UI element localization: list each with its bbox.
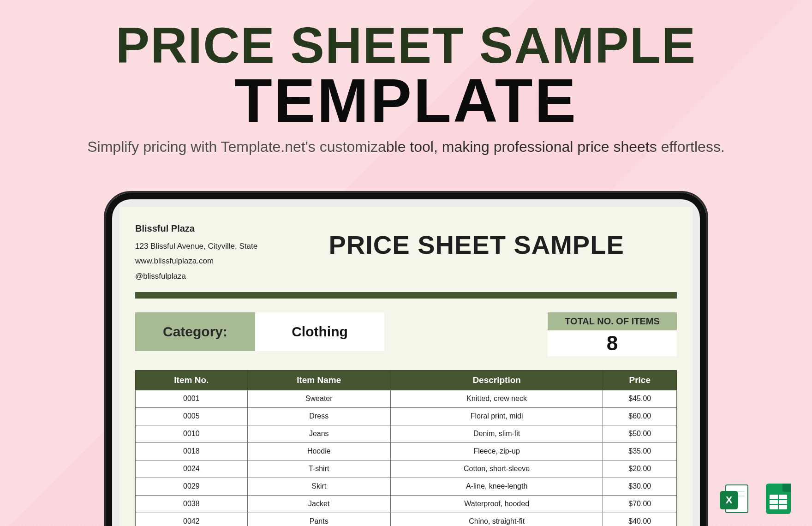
table-row: 0042PantsChino, straight-fit$40.00 (136, 513, 677, 526)
cell: Hoodie (247, 442, 390, 460)
company-block: Blissful Plaza 123 Blissful Avenue, City… (135, 220, 257, 284)
cell: $70.00 (603, 495, 677, 513)
table-row: 0010JeansDenim, slim-fit$50.00 (136, 425, 677, 442)
document-header: Blissful Plaza 123 Blissful Avenue, City… (135, 220, 677, 284)
document-screen: Blissful Plaza 123 Blissful Avenue, City… (119, 207, 693, 526)
spacer (384, 312, 548, 356)
cell: $40.00 (603, 513, 677, 526)
cell: $20.00 (603, 460, 677, 478)
cell: $50.00 (603, 425, 677, 442)
cell: Skirt (247, 478, 390, 495)
company-address: 123 Blissful Avenue, Cityville, State (135, 239, 257, 254)
cell: Pants (247, 513, 390, 526)
cell: 0042 (136, 513, 248, 526)
cell: T-shirt (247, 460, 390, 478)
table-row: 0005DressFloral print, midi$60.00 (136, 407, 677, 425)
cell: 0024 (136, 460, 248, 478)
page-heading: PRICE SHEET SAMPLE TEMPLATE (0, 0, 812, 136)
laptop-frame: Blissful Plaza 123 Blissful Avenue, City… (104, 191, 708, 526)
company-handle: @blissfulplaza (135, 269, 257, 284)
cell: Dress (247, 407, 390, 425)
total-items-label: TOTAL NO. OF ITEMS (548, 312, 677, 330)
cell: 0029 (136, 478, 248, 495)
total-items-box: TOTAL NO. OF ITEMS 8 (548, 312, 677, 356)
company-website: www.blissfulplaza.com (135, 254, 257, 269)
company-name: Blissful Plaza (135, 220, 257, 237)
category-value: Clothing (255, 312, 384, 351)
file-type-icons: X (720, 483, 794, 515)
cell: $35.00 (603, 442, 677, 460)
google-sheets-icon (762, 483, 794, 515)
cell: Knitted, crew neck (390, 390, 603, 407)
table-row: 0029SkirtA-line, knee-length$30.00 (136, 478, 677, 495)
total-items-value: 8 (548, 330, 677, 356)
col-item-name: Item Name (247, 370, 390, 390)
cell: 0038 (136, 495, 248, 513)
table-row: 0018HoodieFleece, zip-up$35.00 (136, 442, 677, 460)
cell: Waterproof, hooded (390, 495, 603, 513)
cell: Fleece, zip-up (390, 442, 603, 460)
table-row: 0038JacketWaterproof, hooded$70.00 (136, 495, 677, 513)
cell: Floral print, midi (390, 407, 603, 425)
cell: Jeans (247, 425, 390, 442)
cell: Jacket (247, 495, 390, 513)
cell: $30.00 (603, 478, 677, 495)
excel-icon: X (720, 483, 752, 515)
category-row: Category: Clothing TOTAL NO. OF ITEMS 8 (135, 312, 677, 356)
cell: Cotton, short-sleeve (390, 460, 603, 478)
col-description: Description (390, 370, 603, 390)
divider-bar (135, 292, 677, 299)
col-item-no: Item No. (136, 370, 248, 390)
document-title: PRICE SHEET SAMPLE (276, 220, 677, 260)
cell: 0010 (136, 425, 248, 442)
table-row: 0001SweaterKnitted, crew neck$45.00 (136, 390, 677, 407)
cell: 0018 (136, 442, 248, 460)
cell: $45.00 (603, 390, 677, 407)
col-price: Price (603, 370, 677, 390)
table-row: 0024T-shirtCotton, short-sleeve$20.00 (136, 460, 677, 478)
category-label: Category: (135, 312, 255, 351)
cell: Denim, slim-fit (390, 425, 603, 442)
cell: A-line, knee-length (390, 478, 603, 495)
cell: 0001 (136, 390, 248, 407)
cell: Sweater (247, 390, 390, 407)
cell: $60.00 (603, 407, 677, 425)
price-table: Item No. Item Name Description Price 000… (135, 370, 677, 526)
heading-line2: TEMPLATE (0, 65, 812, 136)
cell: Chino, straight-fit (390, 513, 603, 526)
table-header-row: Item No. Item Name Description Price (136, 370, 677, 390)
cell: 0005 (136, 407, 248, 425)
